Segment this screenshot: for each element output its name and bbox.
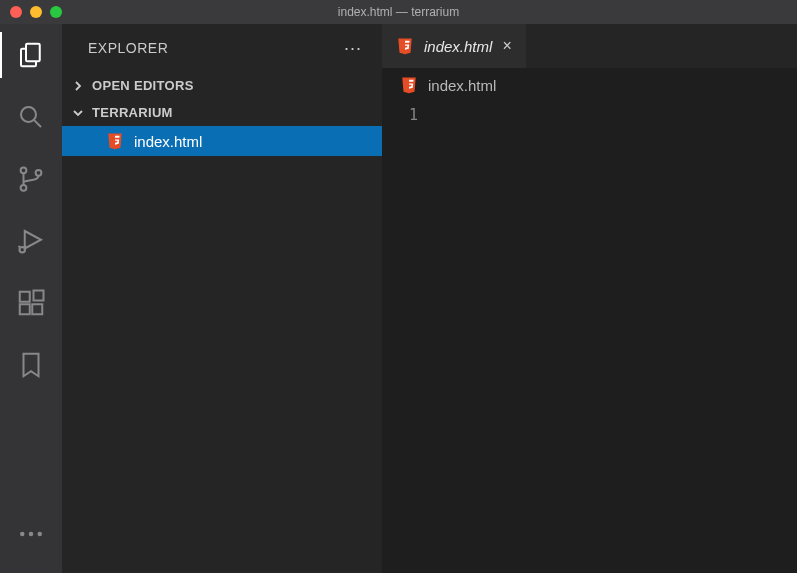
svg-point-1	[21, 107, 36, 122]
chevron-right-icon	[70, 80, 86, 92]
sidebar-header: EXPLORER ···	[62, 24, 382, 72]
activity-bar	[0, 24, 62, 573]
svg-point-7	[20, 247, 26, 253]
explorer-sidebar: EXPLORER ··· OPEN EDITORS TERRARIUM inde…	[62, 24, 382, 573]
breadcrumb-file: index.html	[428, 77, 496, 94]
svg-line-8	[19, 246, 20, 247]
bookmark-icon	[16, 350, 46, 380]
ellipsis-icon	[16, 519, 46, 549]
chevron-down-icon	[70, 107, 86, 119]
svg-point-5	[36, 170, 42, 176]
activity-extensions[interactable]	[12, 284, 50, 322]
files-icon	[16, 40, 46, 70]
svg-rect-12	[32, 304, 42, 314]
section-label: OPEN EDITORS	[92, 78, 194, 93]
file-name: index.html	[134, 133, 202, 150]
svg-rect-10	[20, 292, 30, 302]
activity-explorer[interactable]	[12, 36, 50, 74]
html5-icon	[396, 37, 414, 55]
svg-line-9	[25, 246, 26, 247]
html5-icon	[400, 76, 418, 94]
window-close-button[interactable]	[10, 6, 22, 18]
section-open-editors[interactable]: OPEN EDITORS	[62, 72, 382, 99]
svg-rect-0	[26, 44, 40, 62]
run-debug-icon	[16, 226, 46, 256]
line-number: 1	[382, 106, 432, 573]
svg-point-3	[21, 167, 27, 173]
html5-icon	[106, 132, 124, 150]
svg-rect-11	[20, 304, 30, 314]
search-icon	[16, 102, 46, 132]
window-controls	[0, 6, 62, 18]
editor-tab[interactable]: index.html ×	[382, 24, 526, 68]
svg-point-14	[20, 532, 25, 537]
activity-more[interactable]	[12, 515, 50, 553]
extensions-icon	[16, 288, 46, 318]
sidebar-title: EXPLORER	[88, 40, 168, 56]
section-project[interactable]: TERRARIUM	[62, 99, 382, 126]
section-label: TERRARIUM	[92, 105, 173, 120]
svg-marker-6	[25, 231, 41, 249]
window-minimize-button[interactable]	[30, 6, 42, 18]
branch-icon	[16, 164, 46, 194]
window-titlebar: index.html — terrarium	[0, 0, 797, 24]
breadcrumb[interactable]: index.html	[382, 68, 797, 102]
svg-line-2	[34, 120, 41, 127]
svg-point-16	[38, 532, 43, 537]
svg-point-4	[21, 185, 27, 191]
svg-point-15	[29, 532, 34, 537]
activity-bookmark[interactable]	[12, 346, 50, 384]
editor-area: index.html × index.html 1	[382, 24, 797, 573]
window-title: index.html — terrarium	[338, 5, 459, 19]
activity-source-control[interactable]	[12, 160, 50, 198]
svg-rect-13	[34, 291, 44, 301]
editor-tabs: index.html ×	[382, 24, 797, 68]
tab-close-button[interactable]: ×	[502, 37, 511, 55]
activity-search[interactable]	[12, 98, 50, 136]
editor-body[interactable]: 1	[382, 102, 797, 573]
window-maximize-button[interactable]	[50, 6, 62, 18]
file-row[interactable]: index.html	[62, 126, 382, 156]
sidebar-more-button[interactable]: ···	[344, 38, 362, 59]
activity-run[interactable]	[12, 222, 50, 260]
tab-label: index.html	[424, 38, 492, 55]
